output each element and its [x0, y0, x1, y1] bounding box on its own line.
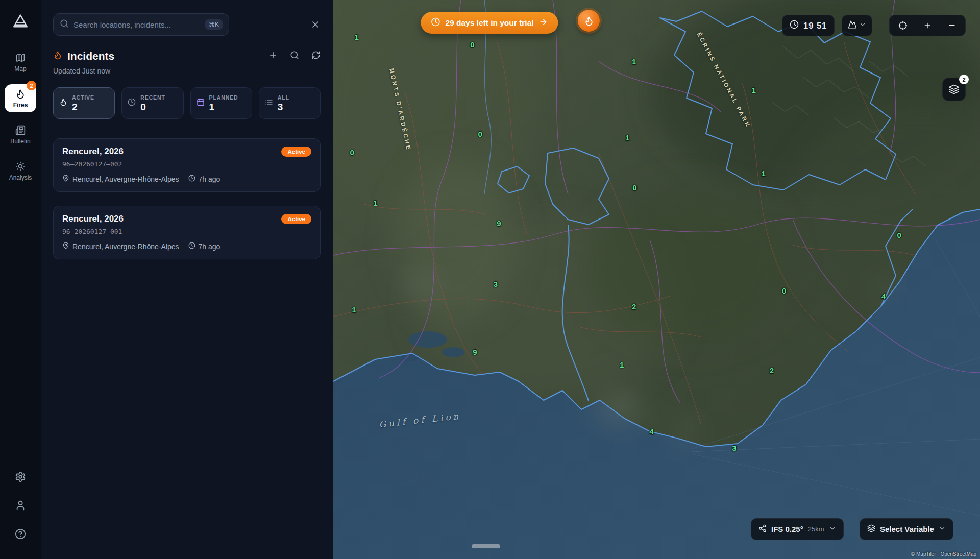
- incidents-panel: ⌘K Incidents Updated Just now ACTIVE2 RE…: [41, 0, 333, 559]
- incident-location: Rencurel, Auvergne-Rhône-Alpes: [72, 175, 179, 183]
- header-actions: [268, 51, 321, 62]
- timeline-drag-handle[interactable]: [472, 544, 500, 548]
- search-row: ⌘K: [53, 13, 321, 36]
- map-count-marker[interactable]: 4: [881, 292, 886, 301]
- map-icon: [15, 53, 26, 63]
- map-count-marker[interactable]: 1: [373, 199, 377, 207]
- map-pin-icon: [62, 175, 69, 183]
- help-icon[interactable]: [15, 528, 26, 542]
- sidebar-item-label: Fires: [13, 102, 28, 109]
- sidebar-item-fires[interactable]: 2 Fires: [5, 84, 36, 112]
- map-count-marker[interactable]: 2: [632, 302, 636, 311]
- model-icon: [758, 524, 767, 534]
- map-count-marker[interactable]: 9: [473, 347, 477, 356]
- filter-tabs: ACTIVE2 RECENT0 PLANNED1 ALL3: [53, 87, 321, 119]
- basemap-dropdown[interactable]: [842, 15, 872, 36]
- map-count-marker[interactable]: 3: [732, 444, 736, 452]
- incident-location: Rencurel, Auvergne-Rhône-Alpes: [72, 242, 179, 251]
- tab-active[interactable]: ACTIVE2: [53, 87, 115, 119]
- search-icon: [60, 19, 69, 30]
- map-count-marker[interactable]: 1: [354, 33, 358, 41]
- status-badge: Active: [281, 147, 311, 157]
- map-count-marker[interactable]: 1: [352, 305, 356, 313]
- tab-count: 1: [209, 102, 238, 112]
- tab-label: ALL: [278, 94, 289, 101]
- rail-bottom: [15, 471, 26, 549]
- map-count-marker[interactable]: 0: [470, 40, 474, 48]
- incident-id: 96—20260127—001: [62, 228, 311, 235]
- tab-label: ACTIVE: [72, 94, 94, 101]
- map-view[interactable]: 1011010101903042191243MONTS D'ARDÈCHEÉCR…: [333, 0, 980, 559]
- list-icon: [265, 98, 273, 108]
- arrow-right-icon: [539, 17, 548, 29]
- tab-planned[interactable]: PLANNED1: [190, 87, 252, 119]
- map-place-label: Gulf of Lion: [378, 411, 461, 430]
- sidebar-item-analysis[interactable]: Analysis: [5, 157, 36, 185]
- map-count-marker[interactable]: 0: [478, 129, 482, 138]
- tab-all[interactable]: ALL3: [259, 87, 321, 119]
- locate-crosshair-button[interactable]: [891, 15, 915, 36]
- history-clock-icon: [128, 98, 136, 108]
- fire-quick-button[interactable]: [578, 10, 600, 32]
- map-time: 19 51: [803, 21, 827, 31]
- incident-title: Rencurel, 2026: [62, 214, 124, 224]
- incident-title: Rencurel, 2026: [62, 147, 124, 157]
- app-logo[interactable]: [12, 12, 29, 30]
- map-time-widget[interactable]: 19 51: [782, 15, 835, 36]
- sidebar-item-map[interactable]: Map: [5, 48, 36, 76]
- map-pin-icon: [62, 242, 69, 251]
- flame-icon: [15, 89, 26, 99]
- layers-icon: [867, 524, 875, 534]
- settings-gear-icon[interactable]: [15, 471, 26, 484]
- search-box[interactable]: ⌘K: [53, 13, 229, 36]
- map-count-marker[interactable]: 4: [649, 427, 653, 436]
- sidebar-item-bulletin[interactable]: Bulletin: [5, 120, 36, 149]
- user-profile-icon[interactable]: [15, 500, 26, 513]
- incident-time: 7h ago: [199, 242, 220, 251]
- search-input[interactable]: [74, 20, 201, 29]
- map-count-marker[interactable]: 1: [751, 86, 755, 94]
- map-count-marker[interactable]: 1: [625, 133, 629, 142]
- flame-icon: [59, 98, 67, 108]
- app-root: Map 2 Fires Bulletin Analysis: [0, 0, 980, 559]
- search-incidents-button[interactable]: [290, 51, 299, 62]
- add-incident-button[interactable]: [268, 51, 278, 62]
- map-count-marker[interactable]: 0: [632, 183, 636, 191]
- map-count-marker[interactable]: 1: [632, 57, 636, 66]
- chevron-down-icon: [859, 21, 866, 30]
- layers-button[interactable]: 2: [942, 78, 966, 101]
- sidebar-item-label: Map: [14, 65, 26, 72]
- clock-icon: [431, 17, 440, 29]
- map-count-marker[interactable]: 1: [620, 360, 624, 369]
- chevron-down-icon: [939, 525, 946, 533]
- map-count-marker[interactable]: 3: [494, 280, 498, 288]
- map-attribution: © MapTiler · OpenStreetMap: [911, 551, 976, 557]
- layers-count-badge: 2: [959, 75, 969, 84]
- refresh-button[interactable]: [311, 51, 321, 62]
- search-shortcut-badge: ⌘K: [205, 19, 223, 30]
- map-count-marker[interactable]: 0: [897, 230, 901, 239]
- incident-time: 7h ago: [199, 175, 220, 183]
- map-count-marker[interactable]: 0: [782, 286, 786, 295]
- map-zoom-controls: −: [889, 15, 966, 36]
- zoom-out-button[interactable]: −: [940, 15, 964, 36]
- trial-banner[interactable]: 29 days left in your trial: [421, 12, 558, 34]
- map-count-marker[interactable]: 2: [770, 366, 774, 374]
- zoom-in-button[interactable]: [915, 15, 940, 36]
- map-count-marker[interactable]: 0: [350, 148, 354, 156]
- variable-label: Select Variable: [880, 525, 934, 533]
- incident-card[interactable]: Rencurel, 2026 Active 96—20260127—001 Re…: [53, 206, 321, 259]
- clock-icon: [790, 20, 799, 31]
- close-panel-icon[interactable]: [310, 19, 321, 30]
- flame-icon: [53, 51, 62, 62]
- map-count-marker[interactable]: 1: [761, 169, 765, 178]
- tab-recent[interactable]: RECENT0: [121, 87, 183, 119]
- model-dropdown[interactable]: IFS 0.25° 25km: [751, 518, 844, 540]
- panel-header: Incidents: [53, 50, 321, 62]
- tab-label: PLANNED: [209, 94, 238, 101]
- variable-dropdown[interactable]: Select Variable: [860, 518, 953, 540]
- incident-card[interactable]: Rencurel, 2026 Active 96—20260127—002 Re…: [53, 138, 321, 192]
- map-count-marker[interactable]: 9: [497, 218, 501, 227]
- newspaper-icon: [15, 125, 26, 135]
- sidebar-item-label: Bulletin: [10, 138, 30, 145]
